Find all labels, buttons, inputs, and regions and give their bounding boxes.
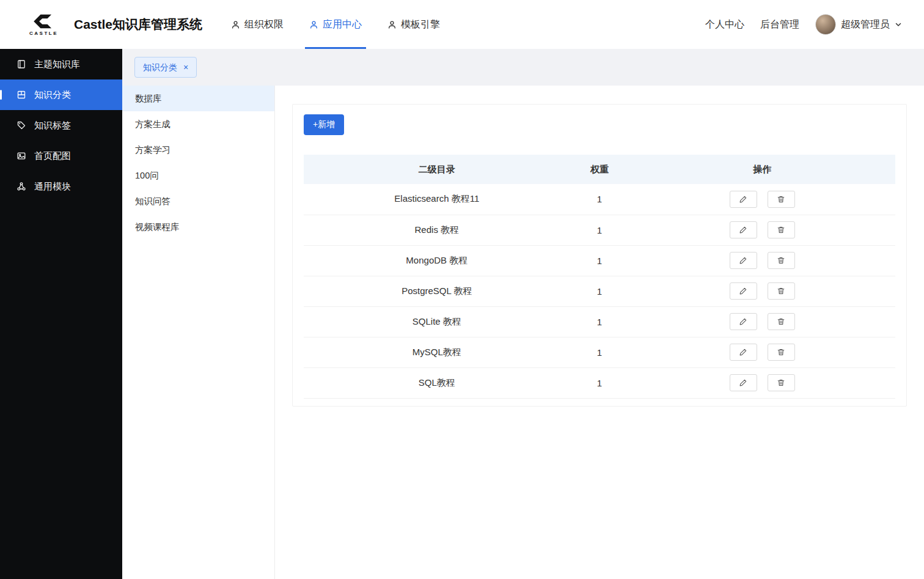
delete-button[interactable] — [768, 221, 795, 238]
category-icon — [16, 90, 26, 100]
pencil-icon — [739, 287, 747, 295]
edit-button[interactable] — [730, 191, 757, 208]
trash-icon — [777, 317, 785, 326]
nav-item-label: 应用中心 — [323, 18, 362, 31]
edit-button[interactable] — [730, 374, 757, 391]
row-actions — [629, 276, 895, 306]
person-icon — [231, 20, 240, 29]
nav-item-label: 组织权限 — [244, 18, 284, 31]
user-menu[interactable]: 超级管理员 — [815, 14, 902, 35]
castle-logo-icon — [30, 13, 58, 30]
personal-center-link[interactable]: 个人中心 — [705, 18, 744, 31]
sidebar-item-label: 通用模块 — [34, 181, 71, 193]
pencil-icon — [739, 378, 747, 387]
edit-button[interactable] — [730, 282, 757, 300]
column-header-actions: 操作 — [629, 155, 895, 184]
row-actions — [629, 367, 895, 398]
submenu-item-plan-generation[interactable]: 方案生成 — [122, 111, 274, 137]
nav-item-template-engine[interactable]: 模板引擎 — [375, 0, 453, 49]
category-table: 二级目录 权重 操作 Elasticsearch 教程11 1 — [304, 155, 895, 399]
trash-icon — [777, 348, 785, 356]
add-button[interactable]: +新增 — [304, 114, 344, 135]
row-weight: 1 — [570, 276, 629, 306]
delete-button[interactable] — [768, 313, 795, 330]
row-name: SQLite 教程 — [304, 306, 570, 337]
trash-icon — [777, 195, 785, 204]
app-window: CASTLE Castle知识库管理系统 组织权限 应用中心 模板引擎 个人中心… — [0, 0, 924, 579]
delete-button[interactable] — [768, 374, 795, 391]
nav-item-org-permissions[interactable]: 组织权限 — [218, 0, 296, 49]
column-header-name: 二级目录 — [304, 155, 570, 184]
pencil-icon — [739, 256, 747, 265]
row-actions — [629, 184, 895, 215]
table-row: MySQL教程 1 — [304, 337, 895, 367]
avatar — [815, 14, 836, 35]
submenu-item-label: 方案学习 — [135, 144, 170, 156]
submenu-item-label: 知识问答 — [135, 196, 170, 207]
table-row: PostgreSQL 教程 1 — [304, 276, 895, 306]
row-actions — [629, 306, 895, 337]
delete-button[interactable] — [768, 282, 795, 300]
edit-button[interactable] — [730, 344, 757, 361]
row-actions — [629, 215, 895, 245]
row-weight: 1 — [570, 184, 629, 215]
row-weight: 1 — [570, 306, 629, 337]
backend-admin-link[interactable]: 后台管理 — [760, 18, 799, 31]
close-icon[interactable]: × — [183, 63, 188, 72]
row-actions — [629, 245, 895, 276]
row-actions — [629, 337, 895, 367]
tab-knowledge-category[interactable]: 知识分类 × — [134, 57, 197, 78]
trash-icon — [777, 378, 785, 387]
submenu-item-knowledge-qa[interactable]: 知识问答 — [122, 188, 274, 214]
submenu-item-label: 100问 — [135, 170, 159, 182]
submenu-item-database[interactable]: 数据库 — [122, 86, 274, 111]
page-title: Castle知识库管理系统 — [74, 16, 202, 33]
edit-button[interactable] — [730, 252, 757, 269]
top-nav: 组织权限 应用中心 模板引擎 — [218, 0, 453, 49]
sidebar-item-label: 知识分类 — [34, 89, 71, 101]
delete-button[interactable] — [768, 191, 795, 208]
submenu-item-label: 方案生成 — [135, 119, 170, 130]
submenu-item-100-questions[interactable]: 100问 — [122, 163, 274, 188]
sidebar: 主题知识库 知识分类 知识标签 首页配图 通用模块 — [0, 49, 122, 579]
sidebar-item-common-modules[interactable]: 通用模块 — [0, 171, 122, 202]
row-name: MySQL教程 — [304, 337, 570, 367]
submenu-item-label: 视频课程库 — [135, 221, 180, 233]
nav-item-app-center[interactable]: 应用中心 — [296, 0, 375, 49]
delete-button[interactable] — [768, 252, 795, 269]
logo-text: CASTLE — [29, 31, 58, 36]
submenu-item-video-courses[interactable]: 视频课程库 — [122, 214, 274, 240]
row-weight: 1 — [570, 245, 629, 276]
submenu: 数据库 方案生成 方案学习 100问 知识问答 视频课程库 — [122, 86, 275, 579]
main-layout: 主题知识库 知识分类 知识标签 首页配图 通用模块 — [0, 49, 924, 579]
edit-button[interactable] — [730, 313, 757, 330]
table-row: SQLite 教程 1 — [304, 306, 895, 337]
trash-icon — [777, 287, 785, 295]
tab-strip: 知识分类 × — [122, 49, 924, 86]
row-name: MongoDB 教程 — [304, 245, 570, 276]
sidebar-item-knowledge-category[interactable]: 知识分类 — [0, 79, 122, 110]
submenu-item-label: 数据库 — [135, 93, 162, 105]
top-bar: CASTLE Castle知识库管理系统 组织权限 应用中心 模板引擎 个人中心… — [0, 0, 924, 49]
sidebar-item-theme-knowledge-base[interactable]: 主题知识库 — [0, 49, 122, 79]
sidebar-item-knowledge-tags[interactable]: 知识标签 — [0, 110, 122, 141]
row-name: Redis 教程 — [304, 215, 570, 245]
chevron-down-icon — [895, 21, 902, 28]
book-icon — [16, 59, 26, 69]
modules-icon — [16, 182, 26, 191]
sidebar-item-home-images[interactable]: 首页配图 — [0, 141, 122, 171]
sidebar-item-label: 首页配图 — [34, 150, 71, 162]
edit-button[interactable] — [730, 221, 757, 238]
trash-icon — [777, 226, 785, 234]
table-row: Redis 教程 1 — [304, 215, 895, 245]
sidebar-item-label: 知识标签 — [34, 120, 71, 131]
castle-logo: CASTLE — [29, 13, 58, 36]
tag-icon — [16, 120, 26, 130]
row-weight: 1 — [570, 215, 629, 245]
submenu-item-plan-learning[interactable]: 方案学习 — [122, 137, 274, 163]
delete-button[interactable] — [768, 344, 795, 361]
row-weight: 1 — [570, 337, 629, 367]
pencil-icon — [739, 226, 747, 234]
top-right-area: 个人中心 后台管理 超级管理员 — [705, 14, 902, 35]
username: 超级管理员 — [841, 18, 890, 31]
